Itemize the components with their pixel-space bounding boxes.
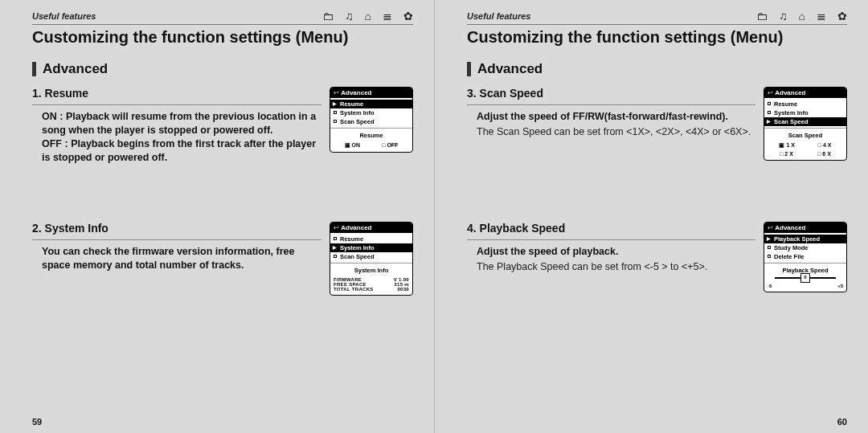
slider-thumb[interactable]: 0 (800, 273, 810, 283)
device-screen-scanspeed: Advanced Resume System Info Scan Speed S… (764, 87, 847, 161)
setting-title: 4. Playback Speed (467, 222, 755, 240)
top-rule: Useful features 🗀 ♫ ⌂ ≣ ✿ (467, 10, 847, 25)
setting-desc: You can check the firmware version infor… (32, 245, 321, 272)
screen-title: Advanced (764, 88, 846, 98)
menu-item[interactable]: System Info (764, 108, 846, 117)
setting-block-systeminfo: 2. System Info You can check the firmwar… (32, 222, 413, 318)
slider-min: -5 (768, 284, 772, 288)
setting-desc-bold: Adjust the speed of playback. (467, 245, 755, 259)
screen-title: Advanced (330, 88, 412, 98)
menu-item[interactable]: System Info (330, 243, 412, 252)
home-icon: ⌂ (799, 10, 805, 22)
page-title: Customizing the function settings (Menu) (467, 28, 847, 47)
menu-item[interactable]: System Info (330, 108, 412, 117)
menu-item[interactable]: Playback Speed (764, 235, 846, 243)
left-page: Useful features 🗀 ♫ ⌂ ≣ ✿ Customizing th… (0, 0, 434, 433)
setting-desc: The Playback Speed can be set from <-5 >… (467, 260, 755, 274)
page-number: 60 (837, 417, 847, 427)
music-icon: ♫ (779, 10, 788, 22)
music-icon: ♫ (345, 10, 354, 22)
on-text: Playback will resume from the previous l… (42, 111, 316, 136)
menu-item[interactable]: Scan Speed (764, 117, 846, 126)
screen-title: Advanced (764, 223, 846, 233)
off-text: Playback begins from the first track aft… (42, 138, 316, 163)
top-rule: Useful features 🗀 ♫ ⌂ ≣ ✿ (32, 10, 413, 25)
menu-item[interactable]: Resume (764, 100, 846, 108)
setting-title: 1. Resume (32, 87, 321, 105)
screen-title: Advanced (330, 223, 412, 233)
gear-icon: ✿ (403, 10, 413, 22)
panel-title: System Info (334, 267, 409, 274)
menu-item[interactable]: Scan Speed (330, 117, 412, 126)
menu-item[interactable]: Scan Speed (330, 252, 412, 261)
off-label: OFF : (42, 138, 68, 149)
toggle-off[interactable]: OFF (382, 142, 398, 149)
menu-item[interactable]: Resume (330, 235, 412, 243)
setting-title: 2. System Info (32, 222, 321, 240)
section-kicker: Useful features (467, 11, 530, 21)
section-heading: Advanced (467, 61, 847, 77)
device-screen-playbackspeed: Advanced Playback Speed Study Mode Delet… (764, 222, 847, 292)
on-label: ON : (42, 111, 63, 122)
folder-icon: 🗀 (756, 10, 768, 22)
right-page: Useful features 🗀 ♫ ⌂ ≣ ✿ Customizing th… (434, 0, 868, 433)
home-icon: ⌂ (365, 10, 371, 22)
device-screen-systeminfo: Advanced Resume System Info Scan Speed S… (330, 222, 413, 296)
list-icon: ≣ (383, 10, 392, 22)
toggle-on[interactable]: ON (345, 142, 360, 149)
grid-opt[interactable]: 1 X (779, 142, 794, 149)
panel-title: Scan Speed (768, 132, 843, 139)
setting-desc-bold: Adjust the speed of FF/RW(fast-forward/f… (467, 110, 755, 124)
kv-key: TOTAL TRACKS (334, 287, 374, 292)
speed-slider[interactable]: 0 (775, 277, 835, 279)
menu-item[interactable]: Resume (330, 100, 412, 108)
kv-val: 0030 (397, 287, 409, 292)
folder-icon: 🗀 (322, 10, 334, 22)
grid-opt[interactable]: 2 X (780, 151, 793, 157)
menu-item[interactable]: Delete File (764, 252, 846, 261)
page-spread: Useful features 🗀 ♫ ⌂ ≣ ✿ Customizing th… (0, 0, 868, 433)
grid-opt[interactable]: 6 X (817, 151, 831, 157)
menu-item[interactable]: Study Mode (764, 243, 846, 252)
section-heading: Advanced (32, 61, 413, 77)
grid-opt[interactable]: 4 X (818, 142, 832, 149)
setting-block-scanspeed: 3. Scan Speed Adjust the speed of FF/RW(… (467, 87, 847, 183)
device-screen-resume: Advanced Resume System Info Scan Speed R… (330, 87, 413, 153)
page-title: Customizing the function settings (Menu) (32, 28, 413, 47)
setting-title: 3. Scan Speed (467, 87, 755, 105)
page-number: 59 (32, 417, 42, 427)
setting-block-resume: 1. Resume ON : Playback will resume from… (32, 87, 413, 183)
top-icon-row: 🗀 ♫ ⌂ ≣ ✿ (756, 10, 847, 22)
setting-block-playbackspeed: 4. Playback Speed Adjust the speed of pl… (467, 222, 847, 318)
setting-desc: The Scan Speed can be set from <1X>, <2X… (467, 125, 755, 139)
list-icon: ≣ (817, 10, 826, 22)
slider-max: +5 (837, 284, 843, 288)
gear-icon: ✿ (837, 10, 847, 22)
section-kicker: Useful features (32, 11, 96, 21)
panel-title: Resume (334, 132, 409, 139)
top-icon-row: 🗀 ♫ ⌂ ≣ ✿ (322, 10, 413, 22)
